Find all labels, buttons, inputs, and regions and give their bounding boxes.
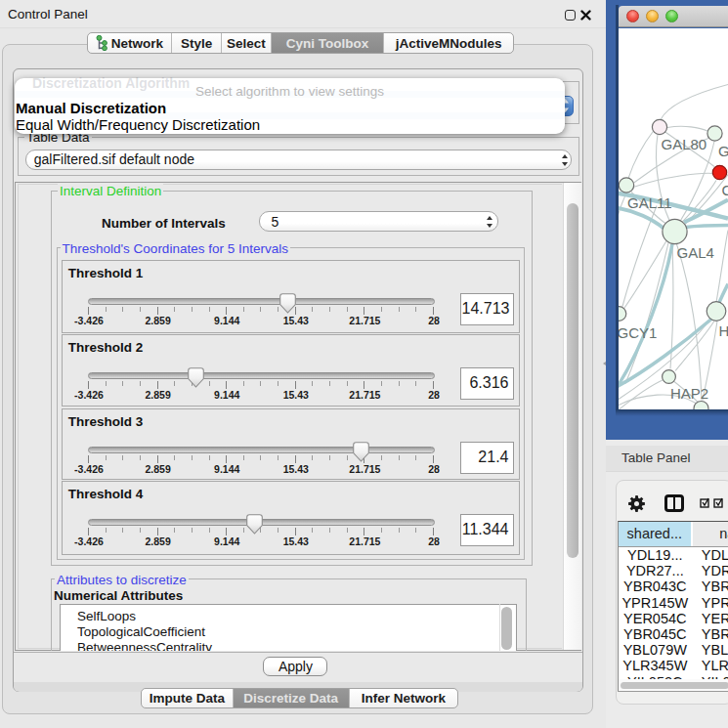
svg-text:GAL11: GAL11	[627, 193, 672, 210]
svg-text:H: H	[719, 322, 728, 339]
svg-text:C: C	[722, 181, 728, 197]
svg-text:GA: GA	[718, 142, 728, 158]
svg-text:GAL80: GAL80	[662, 135, 707, 151]
svg-text:GAL4: GAL4	[677, 244, 714, 261]
svg-text:GCY1: GCY1	[619, 324, 657, 341]
svg-text:HAP2: HAP2	[670, 384, 708, 401]
